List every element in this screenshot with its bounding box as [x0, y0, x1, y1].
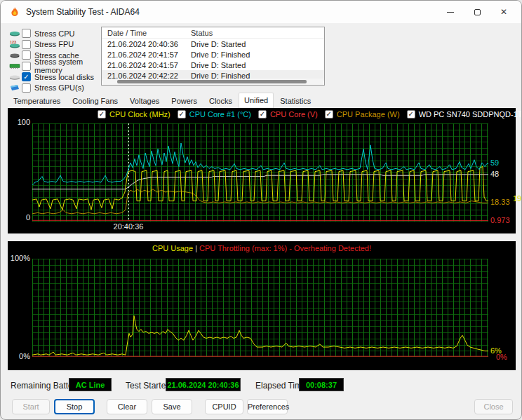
- stop-button[interactable]: Stop: [54, 399, 95, 414]
- stress-cpu-label: Stress CPU: [34, 29, 74, 38]
- test-started-value: 21.06.2024 20:40:36: [166, 378, 241, 391]
- current-value-label: 18.33: [490, 198, 510, 206]
- stress-options-panel: Stress CPU 123 Stress FPU Stress cache S…: [9, 28, 100, 93]
- stress-fpu-checkbox[interactable]: [22, 40, 31, 49]
- current-value-label: 59: [490, 158, 499, 167]
- minimize-icon: [447, 12, 454, 13]
- tab-unified[interactable]: Unified: [239, 93, 274, 108]
- app-window: System Stability Test - AIDA64 ✕ Stress …: [0, 0, 522, 420]
- legend-cpu-core-temp-checkbox[interactable]: ✓: [178, 110, 186, 118]
- stress-gpu-label: Stress GPU(s): [34, 83, 84, 92]
- stress-memory-label: Stress system memory: [34, 57, 100, 74]
- bottom-chart-ymin-label: 0%: [9, 352, 30, 360]
- title-bar[interactable]: System Stability Test - AIDA64 ✕: [1, 1, 521, 23]
- legend-cpu-package-label: CPU Package (W): [337, 110, 400, 118]
- battery-value: AC Line: [69, 378, 112, 391]
- log-cell-status: Drive D: Started: [185, 61, 324, 69]
- legend-cpu-core-voltage-label: CPU Core (V): [270, 110, 318, 118]
- cpuid-button[interactable]: CPUID: [205, 399, 243, 414]
- window-title: System Stability Test - AIDA64: [26, 7, 140, 17]
- legend-cpu-core-voltage-checkbox[interactable]: ✓: [258, 110, 267, 118]
- log-cell-status: Drive D: Started: [185, 40, 324, 48]
- stress-fpu-row[interactable]: 123 Stress FPU: [9, 39, 100, 50]
- stress-cache-checkbox[interactable]: [22, 50, 31, 60]
- log-row[interactable]: 21.06.2024 20:40:36 Drive D: Started: [102, 39, 324, 49]
- legend-cpu-core-temp[interactable]: ✓ CPU Core #1 (°C): [178, 110, 251, 118]
- legend-cpu-core-voltage[interactable]: ✓ CPU Core (V): [258, 110, 318, 118]
- legend-cpu-package-checkbox[interactable]: ✓: [325, 110, 333, 118]
- log-row[interactable]: 21.06.2024 20:41:57 Drive D: Finished: [102, 49, 324, 60]
- log-cell-time: 21.06.2024 20:40:36: [102, 40, 185, 48]
- close-button[interactable]: Close: [474, 399, 513, 414]
- log-col-status[interactable]: Status: [185, 29, 324, 37]
- log-cell-time: 21.06.2024 20:41:57: [102, 50, 185, 59]
- cpu-usage-title: CPU Usage: [152, 244, 193, 252]
- legend-wd-ssd-label: WD PC SN740 SDDPNQD-1T00-1127 (°C): [419, 110, 522, 118]
- close-window-button[interactable]: ✕: [490, 1, 517, 23]
- cpu-usage-chart-plot: [32, 259, 488, 357]
- tab-temperatures[interactable]: Temperatures: [8, 94, 66, 108]
- event-log-list[interactable]: Date / Time Status 21.06.2024 20:40:36 D…: [101, 27, 325, 86]
- maximize-icon: [474, 9, 481, 15]
- stress-disks-label: Stress local disks: [34, 73, 94, 81]
- tab-cooling-fans[interactable]: Cooling Fans: [67, 94, 123, 108]
- clear-button[interactable]: Clear: [107, 399, 147, 414]
- start-button[interactable]: Start: [12, 399, 50, 414]
- legend-wd-ssd-checkbox[interactable]: ✓: [407, 110, 415, 118]
- current-value-label: 0%: [496, 353, 507, 361]
- stress-disks-checkbox[interactable]: ✓: [22, 72, 31, 81]
- unified-chart-plot: [32, 123, 488, 222]
- log-cell-status: Drive D: Finished: [185, 50, 324, 59]
- tab-powers[interactable]: Powers: [166, 94, 203, 108]
- legend-cpu-clock[interactable]: ✓ CPU Clock (MHz): [98, 110, 170, 118]
- fpu-icon: 123: [9, 40, 22, 48]
- status-bar: Remaining Battery: AC Line Test Started:…: [1, 377, 521, 395]
- cpu-icon: [9, 29, 22, 38]
- legend-cpu-core-temp-label: CPU Core #1 (°C): [189, 110, 251, 118]
- stress-gpu-row[interactable]: Stress GPU(s): [9, 83, 100, 94]
- top-chart-start-time-label: 20:40:36: [110, 222, 147, 231]
- top-chart-ymin-label: 0: [15, 213, 30, 222]
- maximize-button[interactable]: [464, 1, 490, 23]
- bottom-chart-ymax-label: 100%: [9, 254, 30, 262]
- stress-disks-row[interactable]: ✓ Stress local disks: [9, 72, 100, 83]
- legend-cpu-clock-checkbox[interactable]: ✓: [98, 110, 106, 118]
- stress-memory-checkbox[interactable]: [22, 62, 31, 71]
- close-icon: ✕: [500, 7, 507, 17]
- legend-cpu-clock-label: CPU Clock (MHz): [109, 110, 170, 118]
- tab-statistics[interactable]: Statistics: [274, 94, 316, 108]
- log-header-row[interactable]: Date / Time Status: [102, 27, 324, 39]
- tab-clocks[interactable]: Clocks: [203, 94, 238, 108]
- top-chart-ymax-label: 100: [15, 118, 30, 126]
- current-value-label: 0.973: [490, 216, 510, 224]
- memory-icon: [9, 62, 22, 70]
- chart-legend: ✓ CPU Clock (MHz) ✓ CPU Core #1 (°C) ✓ C…: [98, 110, 522, 118]
- log-row[interactable]: 21.06.2024 20:41:57 Drive D: Started: [102, 60, 324, 70]
- stress-gpu-checkbox[interactable]: [22, 83, 31, 93]
- preferences-button[interactable]: Preferences: [247, 399, 288, 414]
- scrollbar-thumb[interactable]: [117, 80, 307, 83]
- stress-fpu-label: Stress FPU: [34, 40, 74, 48]
- disk-icon: [9, 73, 22, 81]
- tab-bar: Temperatures Cooling Fans Voltages Power…: [8, 93, 317, 108]
- save-button[interactable]: Save: [152, 399, 192, 414]
- cpu-usage-chart-title: CPU Usage | CPU Throttling (max: 1%) - O…: [8, 244, 516, 252]
- cpu-usage-chart-panel: CPU Usage | CPU Throttling (max: 1%) - O…: [8, 241, 516, 370]
- flame-icon: [9, 6, 20, 18]
- title-separator: |: [195, 244, 197, 252]
- legend-cpu-package[interactable]: ✓ CPU Package (W): [325, 110, 400, 118]
- log-cell-time: 21.06.2024 20:41:57: [102, 61, 185, 69]
- elapsed-time-value: 00:08:37: [299, 378, 344, 391]
- minimize-button[interactable]: [437, 1, 464, 23]
- current-value-label: 1995: [513, 194, 522, 203]
- log-col-datetime[interactable]: Date / Time: [102, 29, 185, 37]
- log-horizontal-scrollbar[interactable]: [102, 79, 323, 85]
- legend-wd-ssd[interactable]: ✓ WD PC SN740 SDDPNQD-1T00-1127 (°C): [407, 110, 522, 118]
- current-value-label: 48: [490, 170, 499, 178]
- tab-voltages[interactable]: Voltages: [124, 94, 165, 108]
- stress-cpu-checkbox[interactable]: [22, 29, 31, 38]
- cpu-throttling-title: CPU Throttling (max: 1%) - Overheating D…: [199, 244, 371, 252]
- stress-memory-row[interactable]: Stress system memory: [9, 61, 100, 72]
- stress-cpu-row[interactable]: Stress CPU: [9, 28, 100, 39]
- cache-icon: [9, 51, 22, 60]
